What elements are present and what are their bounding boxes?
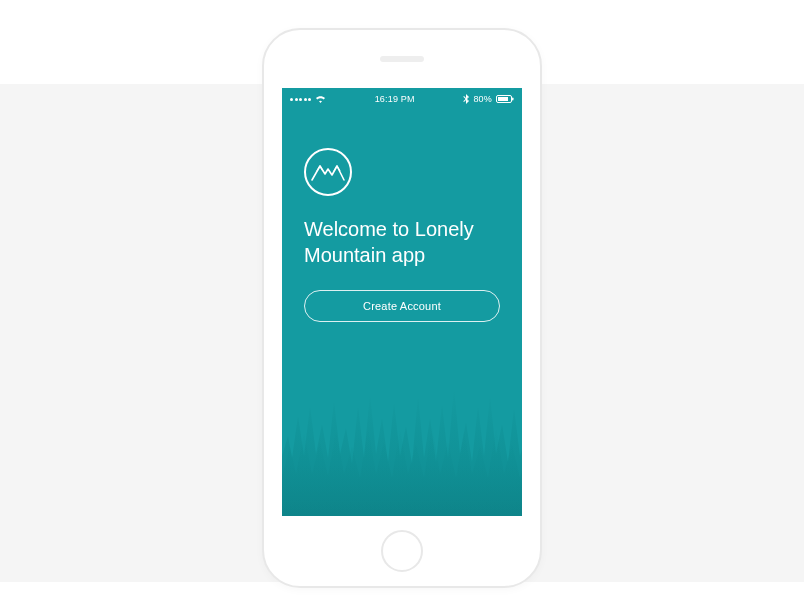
- create-account-button[interactable]: Create Account: [304, 290, 500, 322]
- svg-rect-2: [512, 98, 514, 101]
- svg-rect-1: [498, 97, 508, 101]
- battery-percent: 80%: [473, 94, 492, 104]
- phone-home-button[interactable]: [381, 530, 423, 572]
- create-account-label: Create Account: [363, 300, 441, 312]
- phone-frame: 16:19 PM 80% Welcome t: [262, 28, 542, 588]
- phone-speaker: [380, 56, 424, 62]
- welcome-title: Welcome to Lonely Mountain app: [304, 216, 500, 268]
- mountain-icon: [311, 162, 345, 182]
- status-bar: 16:19 PM 80%: [282, 88, 522, 110]
- wifi-icon: [315, 95, 326, 103]
- bluetooth-icon: [463, 94, 469, 104]
- app-screen: 16:19 PM 80% Welcome t: [282, 88, 522, 516]
- signal-dots-icon: [290, 98, 311, 101]
- status-time: 16:19 PM: [375, 94, 415, 104]
- forest-silhouette: [282, 346, 522, 516]
- status-left: [290, 95, 326, 103]
- app-logo: [304, 148, 352, 196]
- status-right: 80%: [463, 94, 514, 104]
- battery-icon: [496, 95, 514, 103]
- welcome-content: Welcome to Lonely Mountain app Create Ac…: [282, 110, 522, 322]
